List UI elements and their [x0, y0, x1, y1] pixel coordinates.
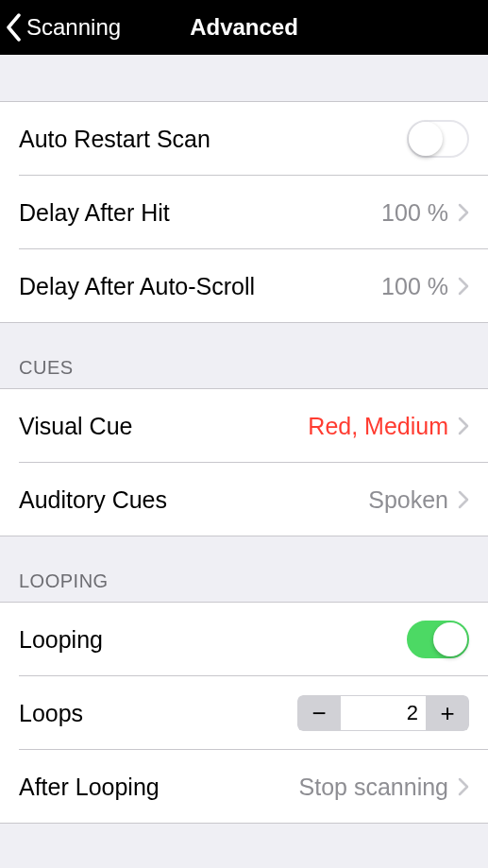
row-value: 100 % [381, 199, 448, 227]
row-value: 100 % [381, 273, 448, 300]
group-cues: Visual Cue Red, Medium Auditory Cues Spo… [0, 389, 488, 536]
row-label: Auditory Cues [19, 486, 368, 514]
chevron-left-icon [6, 13, 23, 42]
row-delay-after-hit[interactable]: Delay After Hit 100 % [0, 176, 488, 249]
stepper-minus-button[interactable]: − [297, 695, 341, 731]
chevron-right-icon [458, 277, 469, 296]
row-label: Loops [19, 700, 297, 727]
row-after-looping[interactable]: After Looping Stop scanning [0, 750, 488, 824]
row-delay-after-autoscroll[interactable]: Delay After Auto-Scroll 100 % [0, 249, 488, 323]
switch-knob [409, 122, 443, 156]
switch-auto-restart[interactable] [407, 120, 469, 158]
row-value: Spoken [368, 486, 448, 514]
back-button[interactable]: Scanning [6, 13, 121, 42]
group-general: Auto Restart Scan Delay After Hit 100 % … [0, 102, 488, 323]
section-spacer [0, 55, 488, 102]
row-label: Looping [19, 626, 407, 654]
section-header-looping: LOOPING [0, 536, 488, 603]
chevron-right-icon [458, 203, 469, 222]
row-loops: Loops − 2 + [0, 676, 488, 750]
page-title: Advanced [190, 14, 298, 41]
row-auditory-cues[interactable]: Auditory Cues Spoken [0, 463, 488, 536]
section-header-cues: CUES [0, 323, 488, 389]
nav-bar: Scanning Advanced [0, 0, 488, 55]
chevron-right-icon [458, 777, 469, 796]
row-looping[interactable]: Looping [0, 603, 488, 676]
row-value: Red, Medium [308, 413, 448, 440]
loops-stepper: − 2 + [297, 695, 469, 731]
switch-looping[interactable] [407, 621, 469, 658]
back-label: Scanning [26, 14, 121, 41]
row-auto-restart[interactable]: Auto Restart Scan [0, 102, 488, 176]
row-visual-cue[interactable]: Visual Cue Red, Medium [0, 389, 488, 463]
row-label: Delay After Hit [19, 199, 381, 227]
row-label: After Looping [19, 774, 299, 801]
group-looping: Looping Loops − 2 + After Looping Stop s… [0, 603, 488, 824]
chevron-right-icon [458, 490, 469, 509]
row-label: Visual Cue [19, 413, 308, 440]
row-label: Delay After Auto-Scroll [19, 273, 381, 300]
switch-knob [433, 622, 467, 656]
row-label: Auto Restart Scan [19, 126, 407, 153]
row-value: Stop scanning [299, 774, 448, 801]
chevron-right-icon [458, 417, 469, 435]
stepper-plus-button[interactable]: + [426, 695, 469, 731]
stepper-value: 2 [341, 695, 426, 731]
